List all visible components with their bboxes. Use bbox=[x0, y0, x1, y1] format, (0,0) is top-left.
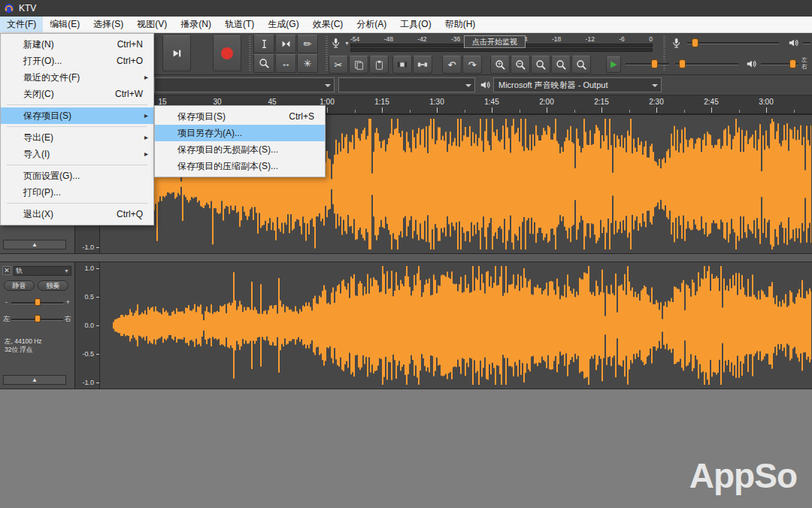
draw-tool-button[interactable]: ✏ bbox=[297, 35, 318, 53]
recording-meter-mic-icon[interactable] bbox=[331, 38, 341, 52]
menubar-item[interactable]: 文件(F) bbox=[0, 17, 43, 32]
menu-item[interactable]: 关闭(C)Ctrl+W bbox=[1, 86, 153, 102]
timeline-tick bbox=[520, 110, 520, 113]
menu-item[interactable]: 保存项目(S)Ctrl+S bbox=[155, 108, 325, 125]
menu-item[interactable]: 导出(E)▸ bbox=[1, 129, 153, 146]
timeline-tick bbox=[355, 110, 356, 113]
toolbar-grip[interactable] bbox=[326, 36, 328, 72]
zoom-tool-button[interactable] bbox=[253, 54, 274, 73]
envelope-tool-button[interactable] bbox=[275, 35, 296, 53]
zoom-out-button[interactable]: − bbox=[511, 56, 530, 74]
playback-speed-slider[interactable] bbox=[626, 58, 669, 70]
recording-volume-mic-icon bbox=[671, 38, 681, 52]
output-device-dropdown[interactable]: Microsoft 声音映射器 - Output bbox=[493, 77, 662, 92]
mixer-slider[interactable] bbox=[675, 58, 738, 70]
trim-audio-button[interactable] bbox=[392, 56, 412, 74]
audacity-logo-icon bbox=[4, 3, 14, 14]
record-button[interactable] bbox=[213, 35, 241, 71]
recording-volume-slider[interactable] bbox=[687, 37, 779, 49]
timeshift-tool-button[interactable]: ↔ bbox=[275, 54, 296, 73]
multi-tool-button[interactable]: ✳ bbox=[297, 54, 318, 73]
menu-separator bbox=[7, 165, 147, 165]
menubar-item[interactable]: 分析(A) bbox=[350, 17, 393, 32]
menubar: 文件(F)编辑(E)选择(S)视图(V)播录(N)轨道(T)生成(G)效果(C)… bbox=[0, 17, 812, 33]
track-info: 左, 44100 Hz32位 浮点 bbox=[5, 337, 42, 354]
menubar-item[interactable]: 工具(O) bbox=[393, 17, 438, 32]
menubar-item[interactable]: 选择(S) bbox=[86, 17, 130, 32]
menu-item[interactable]: 导入(I)▸ bbox=[1, 146, 153, 162]
cut-button[interactable]: ✂ bbox=[329, 56, 348, 74]
menu-item[interactable]: 保存项目的压缩副本(S)... bbox=[155, 158, 325, 174]
track-pan-slider[interactable] bbox=[10, 314, 65, 323]
track-name-dropdown[interactable]: 轨▼ bbox=[14, 266, 71, 276]
play-at-speed-button[interactable] bbox=[606, 56, 621, 73]
waveform-svg bbox=[100, 262, 811, 389]
start-monitoring-button[interactable]: 点击开始监视 bbox=[464, 35, 526, 48]
meter-scale-value: -6 bbox=[619, 35, 625, 43]
timeline-tick bbox=[327, 107, 328, 113]
meter-scale-value: -48 bbox=[384, 35, 393, 43]
selection-tool-button[interactable] bbox=[253, 35, 274, 53]
zoom-in-button[interactable]: + bbox=[490, 56, 510, 74]
track-info-line1: 左, 44100 Hz bbox=[5, 337, 42, 346]
toolbar-grip[interactable] bbox=[249, 36, 251, 72]
svg-text:+: + bbox=[497, 60, 501, 67]
skip-to-end-button[interactable] bbox=[162, 35, 191, 71]
timeline-tick bbox=[437, 107, 438, 113]
redo-button[interactable]: ↷ bbox=[462, 56, 482, 74]
timeline-tick bbox=[382, 107, 383, 113]
submenu-arrow-icon: ▸ bbox=[144, 107, 148, 124]
menubar-item[interactable]: 视图(V) bbox=[130, 17, 174, 32]
solo-button[interactable]: 独奏 bbox=[38, 280, 68, 291]
input-channels-dropdown[interactable] bbox=[338, 77, 475, 92]
timeline-tick bbox=[711, 107, 712, 113]
timeline-label: 2:15 bbox=[586, 98, 617, 106]
menu-item-label: 保存项目(S) bbox=[177, 108, 275, 125]
menu-item[interactable]: 退出(X)Ctrl+Q bbox=[1, 206, 153, 222]
track-control-panel: ✕轨▼静音独奏-+左右左, 44100 Hz32位 浮点▲ bbox=[0, 262, 75, 389]
silence-audio-button[interactable] bbox=[413, 56, 432, 74]
menu-item[interactable]: 新建(N)Ctrl+N bbox=[1, 36, 153, 53]
playback-volume-slider[interactable] bbox=[761, 58, 798, 70]
menubar-item[interactable]: 编辑(E) bbox=[43, 17, 86, 32]
menubar-item[interactable]: 帮助(H) bbox=[438, 17, 483, 32]
track-collapse-button[interactable]: ▲ bbox=[3, 240, 66, 249]
menubar-item[interactable]: 轨道(T) bbox=[218, 17, 261, 32]
paste-button[interactable] bbox=[369, 56, 389, 74]
track-collapse-button[interactable]: ▲ bbox=[3, 375, 66, 385]
mute-button[interactable]: 静音 bbox=[4, 280, 35, 291]
zoom-to-selection-button[interactable] bbox=[531, 56, 550, 74]
appso-watermark: AppSo bbox=[689, 455, 797, 496]
track-close-button[interactable]: ✕ bbox=[2, 266, 11, 275]
menu-item[interactable]: 项目另存为(A)... bbox=[155, 125, 325, 141]
menu-item-label: 打开(O)... bbox=[23, 53, 103, 69]
input-device-dropdown[interactable] bbox=[154, 77, 335, 92]
timeline-tick bbox=[794, 110, 795, 113]
timeline-label: 1:15 bbox=[367, 98, 397, 106]
menu-separator bbox=[7, 126, 147, 127]
track-waveform[interactable] bbox=[100, 262, 812, 389]
menu-item[interactable]: 保存项目(S)▸ bbox=[1, 107, 153, 124]
meter-dropdown-chevron-icon[interactable]: ▼ bbox=[344, 41, 350, 46]
playback-meter-speaker-icon[interactable] bbox=[788, 38, 799, 51]
menu-item-label: 保存项目(S) bbox=[23, 107, 143, 124]
menu-item[interactable]: 打开(O)...Ctrl+O bbox=[1, 53, 153, 69]
copy-button[interactable] bbox=[349, 56, 368, 74]
zoom-fit-project-button[interactable] bbox=[551, 56, 571, 74]
track-gain-slider[interactable] bbox=[10, 298, 65, 307]
timeline-label: 1:45 bbox=[477, 98, 507, 106]
zoom-toggle-button[interactable] bbox=[571, 56, 591, 74]
save-project-submenu: 保存项目(S)Ctrl+S项目另存为(A)...保存项目的无损副本(S)...保… bbox=[154, 105, 326, 177]
menubar-item[interactable]: 播录(N) bbox=[174, 17, 218, 32]
menu-item[interactable]: 保存项目的无损副本(S)... bbox=[155, 141, 325, 158]
menu-item[interactable]: 页面设置(G)... bbox=[1, 168, 153, 184]
pan-row: 左右 bbox=[3, 313, 71, 324]
menu-item[interactable]: 打印(P)... bbox=[1, 184, 153, 201]
menubar-item[interactable]: 生成(G) bbox=[261, 17, 305, 32]
menubar-item[interactable]: 效果(C) bbox=[306, 17, 350, 32]
menu-item-label: 导出(E) bbox=[23, 129, 143, 146]
undo-button[interactable]: ↶ bbox=[442, 56, 462, 74]
menu-item[interactable]: 最近的文件(F)▸ bbox=[1, 69, 153, 86]
ruler-tick bbox=[96, 354, 99, 355]
mini-slider[interactable] bbox=[803, 42, 810, 44]
